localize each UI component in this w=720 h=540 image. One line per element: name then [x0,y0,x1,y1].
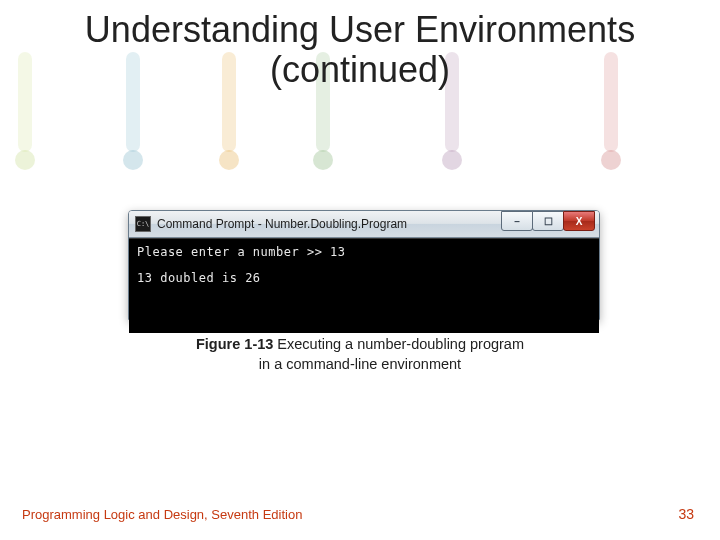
terminal-output: Please enter a number >> 13 13 doubled i… [129,238,599,333]
close-button[interactable]: X [563,211,595,231]
window-title: Command Prompt - Number.Doubling.Program [157,217,407,231]
terminal-line-1: Please enter a number >> 13 [137,245,591,261]
command-prompt-icon: C:\ [135,216,151,232]
caption-line1: Executing a number-doubling program [273,336,524,352]
footer-page-number: 33 [678,506,694,522]
caption-line2: in a command-line environment [259,356,461,372]
figure-caption: Figure 1-13 Executing a number-doubling … [0,335,720,374]
figure-label: Figure 1-13 [196,336,273,352]
title-line1: Understanding User Environments [85,9,635,50]
title-line2: (continued) [270,49,450,90]
command-prompt-window: C:\ Command Prompt - Number.Doubling.Pro… [128,210,600,320]
footer-book-title: Programming Logic and Design, Seventh Ed… [22,507,302,522]
window-controls: – ☐ X [502,211,595,231]
slide-title: Understanding User Environments (continu… [0,0,720,91]
maximize-button[interactable]: ☐ [532,211,564,231]
window-titlebar: C:\ Command Prompt - Number.Doubling.Pro… [129,211,599,238]
terminal-line-2: 13 doubled is 26 [137,271,591,287]
minimize-button[interactable]: – [501,211,533,231]
